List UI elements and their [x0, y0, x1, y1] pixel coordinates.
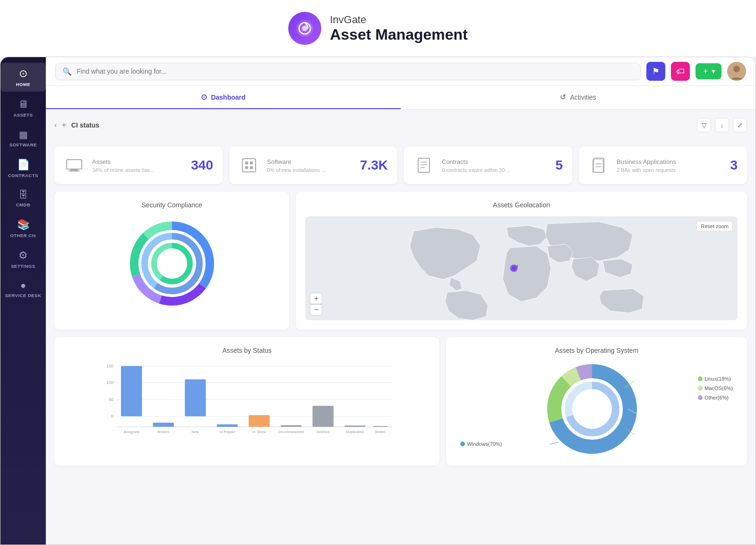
assets-by-status-title: Assets by Status: [64, 347, 430, 354]
map-svg: 4: [305, 216, 738, 320]
stat-software-sub: 0% of new installations ...: [267, 167, 352, 173]
stat-software-value: 7.3K: [360, 158, 388, 173]
svg-rect-13: [418, 158, 430, 172]
svg-rect-50: [344, 426, 365, 427]
geolocation-title: Assets Geolocation: [305, 201, 738, 209]
search-input[interactable]: [77, 68, 634, 75]
stat-contracts-sub: 0 contracts expire within 30 ...: [442, 167, 548, 173]
svg-text:100: 100: [106, 380, 113, 385]
svg-rect-17: [593, 158, 604, 172]
windows-dot: [460, 442, 465, 446]
svg-text:Decommissioned: Decommissioned: [278, 430, 304, 434]
sidebar-item-assets[interactable]: 🖥 ASSETS: [0, 94, 46, 122]
zoom-in-button[interactable]: +: [310, 293, 322, 304]
chart-row-2: Assets by Status 150 100 50: [54, 337, 747, 466]
tab-dashboard-label: Dashboard: [211, 94, 245, 101]
linux-dot: [698, 376, 703, 381]
macos-label: MacOS(6%): [704, 385, 733, 391]
svg-rect-51: [373, 426, 387, 427]
app-title: InvGate Asset Management: [330, 14, 468, 43]
sidebar-item-other-cis[interactable]: 📚 OTHER CIs: [0, 214, 46, 243]
tab-dashboard[interactable]: ⊙ Dashboard: [46, 86, 401, 109]
widget-add-icon[interactable]: +: [61, 120, 67, 130]
home-icon: ⊙: [19, 68, 27, 80]
filter-button[interactable]: ▽: [697, 118, 711, 132]
sidebar-item-service-desk[interactable]: ● SERVICE DESK: [0, 275, 46, 303]
legend-other: Other(6%): [698, 395, 733, 400]
tab-activities[interactable]: ↺ Activities: [401, 86, 756, 109]
app-header: InvGate Asset Management: [0, 0, 756, 57]
contracts-icon: 📄: [17, 159, 30, 171]
macos-dot: [698, 386, 703, 391]
stat-card-software[interactable]: Software 0% of new installations ... 7.3…: [229, 146, 397, 184]
stat-card-assets[interactable]: Assets 34% of online assets (las... 340: [54, 146, 223, 184]
other-dot: [698, 395, 703, 400]
svg-rect-48: [281, 425, 301, 427]
stat-assets-info: Assets 34% of online assets (las...: [92, 158, 183, 173]
sidebar-item-settings[interactable]: ⚙ SETTINGS: [0, 245, 46, 273]
security-compliance-svg: [125, 216, 219, 311]
stat-software-icon: [239, 155, 259, 176]
sidebar-label-home: HOME: [16, 82, 31, 87]
main-wrap: ⊙ HOME 🖥 ASSETS ▦ SOFTWARE 📄 CONTRACTS 🗄…: [0, 57, 756, 545]
sidebar-item-cmdb[interactable]: 🗄 CMDB: [0, 185, 46, 212]
download-button[interactable]: ↓: [715, 118, 729, 132]
dashboard-tab-icon: ⊙: [201, 93, 207, 102]
svg-text:Assigned: Assigned: [124, 430, 139, 434]
svg-text:Broken: Broken: [157, 430, 169, 434]
svg-rect-11: [245, 166, 248, 169]
user-avatar[interactable]: [727, 62, 746, 81]
software-icon: ▦: [19, 129, 28, 140]
reset-zoom-button[interactable]: Reset zoom: [696, 221, 733, 231]
main-tabs: ⊙ Dashboard ↺ Activities: [46, 86, 756, 110]
stat-business-apps-info: Business Applications 2 BAs with open re…: [617, 158, 722, 173]
svg-rect-9: [245, 162, 248, 164]
svg-rect-46: [217, 424, 238, 426]
svg-point-67: [579, 396, 605, 422]
stat-business-apps-sub: 2 BAs with open requests: [617, 167, 722, 173]
geolocation-panel: Assets Geolocation: [296, 192, 747, 330]
stat-card-contracts[interactable]: Contracts 0 contracts expire within 30 .…: [404, 146, 572, 184]
os-legend: Linux(18%) MacOS(6%) Other(6%): [698, 376, 733, 400]
tag-button[interactable]: 🏷: [671, 62, 690, 81]
bar-chart-area: 150 100 50 0: [64, 362, 430, 437]
stat-contracts-value: 5: [555, 158, 563, 173]
svg-point-32: [512, 266, 516, 270]
svg-point-30: [163, 254, 181, 273]
add-button[interactable]: ＋ ▾: [696, 63, 722, 79]
content-area: 🔍 ⚑ 🏷 ＋ ▾ ⊙ Dashboard: [46, 57, 756, 545]
svg-text:150: 150: [106, 364, 113, 368]
widget-collapse-icon[interactable]: ‹: [54, 121, 57, 129]
stat-assets-label: Assets: [92, 158, 183, 165]
assets-by-status-panel: Assets by Status 150 100 50: [54, 337, 439, 466]
os-chart-wrap: Linux(18%) MacOS(6%) Other(6%): [455, 362, 738, 456]
sidebar-item-home[interactable]: ⊙ HOME: [0, 63, 46, 92]
svg-rect-6: [70, 169, 78, 170]
assets-icon: 🖥: [18, 98, 28, 111]
svg-rect-7: [69, 170, 80, 171]
stat-assets-icon: [64, 155, 85, 176]
sidebar-item-software[interactable]: ▦ SOFTWARE: [0, 124, 46, 152]
alert-button[interactable]: ⚑: [646, 62, 665, 81]
svg-text:Stolen: Stolen: [375, 430, 386, 434]
svg-rect-47: [249, 415, 269, 427]
add-icon: ＋: [702, 67, 709, 76]
stat-software-label: Software: [267, 158, 352, 165]
os-chart-svg: [535, 362, 658, 456]
svg-rect-10: [250, 162, 253, 164]
legend-windows-item: Windows(70%): [460, 441, 502, 447]
assets-by-os-title: Assets by Operating System: [455, 347, 738, 354]
sidebar-label-software: SOFTWARE: [9, 142, 37, 147]
security-compliance-panel: Security Compliance: [54, 192, 289, 330]
sidebar-item-contracts[interactable]: 📄 CONTRACTS: [0, 154, 46, 183]
search-bar[interactable]: 🔍: [55, 63, 641, 80]
topbar: 🔍 ⚑ 🏷 ＋ ▾: [46, 57, 756, 86]
svg-text:Duplicated: Duplicated: [346, 430, 364, 434]
stat-assets-value: 340: [191, 158, 213, 173]
svg-text:4: 4: [516, 264, 519, 268]
svg-rect-5: [67, 160, 82, 169]
stat-card-business-apps[interactable]: Business Applications 2 BAs with open re…: [579, 146, 747, 184]
zoom-out-button[interactable]: −: [310, 304, 322, 315]
settings-icon: ⚙: [18, 249, 28, 262]
expand-button[interactable]: ⤢: [733, 118, 747, 132]
